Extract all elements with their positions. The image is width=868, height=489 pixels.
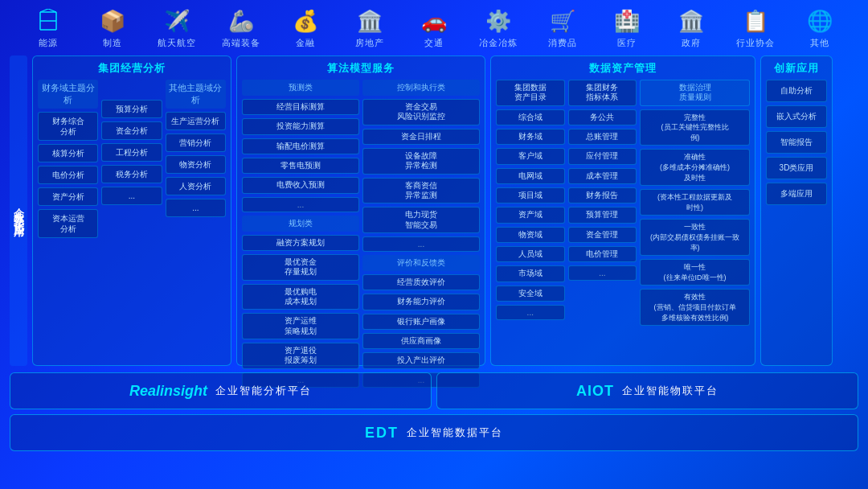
other-icon: 🌐 bbox=[807, 6, 833, 35]
data-zongzhang[interactable]: 总账管理 bbox=[568, 129, 637, 145]
jituan-title: 集团经营分析 bbox=[38, 61, 226, 76]
data-shichangyv[interactable]: 市场域 bbox=[496, 265, 565, 281]
icon-transport[interactable]: 🚗 交通 bbox=[402, 6, 466, 49]
jituan-item-dots1: ... bbox=[101, 187, 162, 205]
jituan-item-yusuan[interactable]: 预算分析 bbox=[101, 100, 162, 118]
data-wuziyv[interactable]: 物资域 bbox=[496, 227, 565, 243]
algo-zijin-jiaoyijiance[interactable]: 资金交易风险识别监控 bbox=[362, 99, 480, 125]
consumer-label: 消费品 bbox=[548, 37, 577, 49]
data-zichanyv[interactable]: 资产域 bbox=[496, 207, 565, 223]
jituan-item-hesuan[interactable]: 核算分析 bbox=[38, 144, 98, 162]
jituan-item-gongcheng[interactable]: 工程分析 bbox=[101, 143, 162, 162]
algo-caiwu-nengli[interactable]: 财务能力评价 bbox=[362, 294, 480, 310]
data-zongheyv[interactable]: 综合域 bbox=[496, 109, 565, 125]
icon-medical[interactable]: 🏥 医疗 bbox=[595, 6, 659, 49]
aiot-text: 企业智能物联平台 bbox=[622, 384, 719, 398]
icon-realestate[interactable]: 🏛️ 房地产 bbox=[338, 6, 402, 49]
innovation-baogao[interactable]: 智能报告 bbox=[766, 131, 827, 154]
icon-energy[interactable]: 能源 bbox=[16, 6, 80, 49]
innovation-zizhu[interactable]: 自助分析 bbox=[766, 80, 827, 102]
bottom-bar-aiot[interactable]: AIOT 企业智能物联平台 bbox=[436, 372, 858, 409]
data-caiwubaogao[interactable]: 财务报告 bbox=[568, 187, 637, 203]
bottom-bar-realinsight[interactable]: Realinsight 企业智能分析平台 bbox=[10, 372, 432, 409]
icon-industry[interactable]: 📋 行业协会 bbox=[723, 6, 788, 49]
data-dots2: ... bbox=[568, 265, 637, 281]
icon-hitech[interactable]: 🦾 高端装备 bbox=[209, 6, 273, 49]
algo-jingying-zhixiao[interactable]: 经营质效评价 bbox=[362, 274, 480, 290]
jituan-item-wuzi[interactable]: 物资分析 bbox=[166, 155, 226, 174]
jituan-col2: 其他主题域分析 生产运营分析 营销分析 物资分析 人资分析 ... bbox=[166, 80, 226, 238]
algo-dianli-xianhuo[interactable]: 电力现货智能交易 bbox=[362, 207, 480, 233]
innovation-qianru[interactable]: 嵌入式分析 bbox=[766, 105, 827, 128]
jituan-item-caiwuzonghe[interactable]: 财务综合分析 bbox=[38, 112, 98, 141]
data-chengben[interactable]: 成本管理 bbox=[568, 168, 637, 184]
data-kehuyv[interactable]: 客户域 bbox=[496, 148, 565, 164]
algo-touzi[interactable]: 投资能力测算 bbox=[242, 118, 359, 134]
innovation-3d[interactable]: 3D类应用 bbox=[766, 157, 827, 179]
algo-zuiyou-zijin[interactable]: 最优资金存量规划 bbox=[242, 254, 359, 281]
jituan-item-shuiwu[interactable]: 税务分析 bbox=[101, 165, 162, 183]
algo-touruchangchu[interactable]: 投入产出评价 bbox=[362, 352, 480, 368]
icon-finance[interactable]: 💰 金融 bbox=[273, 6, 338, 49]
icon-govt[interactable]: 🏛️ 政府 bbox=[659, 6, 723, 49]
data-col2: 集团财务指标体系 务公共 总账管理 应付管理 成本管理 财务报告 预算管理 资金… bbox=[568, 80, 637, 326]
algo-zichan-yunwei[interactable]: 资产运维策略规划 bbox=[242, 313, 359, 339]
jituan-item-yingxiao[interactable]: 营销分析 bbox=[166, 134, 226, 152]
medical-icon: 🏥 bbox=[614, 6, 640, 35]
algo-shebei-guzhang[interactable]: 设备故障异常检测 bbox=[362, 148, 480, 175]
transport-icon: 🚗 bbox=[421, 6, 447, 35]
jituan-grid: 财务域主题分析 财务综合分析 核算分析 电价分析 资产分析 资本运营分析 空 预… bbox=[38, 80, 226, 238]
icon-metallurgy[interactable]: ⚙️ 冶金冶炼 bbox=[466, 6, 530, 49]
data-col1: 集团数据资产目录 综合域 财务域 客户域 电网域 项目域 资产域 物资域 人员域… bbox=[496, 80, 565, 326]
data-wugonggong[interactable]: 务公共 bbox=[568, 109, 637, 125]
data-anquanyv[interactable]: 安全域 bbox=[496, 286, 565, 302]
algo-yinhang-huaxiang[interactable]: 银行账户画像 bbox=[362, 314, 480, 330]
data-caiwuyv[interactable]: 财务域 bbox=[496, 129, 565, 145]
algo-grid: 预测类 经营目标测算 投资能力测算 输配电价测算 零售电预测 电费收入预测 ..… bbox=[242, 80, 480, 388]
algo-dots3: ... bbox=[362, 236, 480, 252]
govt-icon: 🏛️ bbox=[678, 6, 704, 35]
data-zijin[interactable]: 资金管理 bbox=[568, 227, 637, 243]
jituan-item-zijin[interactable]: 资金分析 bbox=[101, 121, 162, 140]
innovation-title: 创新应用 bbox=[766, 61, 827, 76]
algo-shupei[interactable]: 输配电价测算 bbox=[242, 138, 359, 154]
jituan-item-dianjia[interactable]: 电价分析 bbox=[38, 166, 98, 184]
jituan-item-zibenyunying[interactable]: 资本运营分析 bbox=[38, 209, 98, 238]
algo-zuiyou-goudian[interactable]: 最优购电成本规划 bbox=[242, 284, 359, 310]
algo-dots1: ... bbox=[242, 197, 359, 212]
data-renyuanyv[interactable]: 人员域 bbox=[496, 246, 565, 262]
algo-gongyingshang-huaxiang[interactable]: 供应商画像 bbox=[362, 333, 480, 349]
algo-rongzi[interactable]: 融资方案规划 bbox=[242, 235, 359, 251]
data-xiangyv[interactable]: 项目域 bbox=[496, 187, 565, 203]
algo-lingshou[interactable]: 零售电预测 bbox=[242, 158, 359, 174]
data-dots1: ... bbox=[496, 305, 565, 320]
algo-keshang-zixin[interactable]: 客商资信异常监测 bbox=[362, 178, 480, 204]
jituan-item-renzi[interactable]: 人资分析 bbox=[166, 177, 226, 195]
icon-consumer[interactable]: 🛒 消费品 bbox=[530, 6, 595, 49]
panel-jituan: 集团经营分析 财务域主题分析 财务综合分析 核算分析 电价分析 资产分析 资本运… bbox=[32, 55, 231, 366]
bottom-bar-edt[interactable]: EDT 企业智能数据平台 bbox=[10, 414, 858, 451]
data-jituan-zichanmulu[interactable]: 集团数据资产目录 bbox=[496, 80, 565, 106]
data-yusuan[interactable]: 预算管理 bbox=[568, 207, 637, 223]
data-dianjia[interactable]: 电价管理 bbox=[568, 246, 637, 262]
icon-manufacture[interactable]: 📦 制造 bbox=[80, 6, 145, 49]
medical-label: 医疗 bbox=[617, 37, 637, 49]
data-yizhixing: 一致性(内部交易债权债务挂账一致率) bbox=[640, 219, 750, 256]
algo-zijin-ripaicheng[interactable]: 资金日排程 bbox=[362, 129, 480, 145]
data-yingfu[interactable]: 应付管理 bbox=[568, 148, 637, 164]
innovation-duoduan[interactable]: 多端应用 bbox=[766, 183, 827, 205]
data-youxiaoxing: 有效性(营销、信贷项目付款订单多维核验有效性比例) bbox=[640, 289, 750, 326]
data-jituan-zhitiaoxi[interactable]: 集团财务指标体系 bbox=[568, 80, 637, 106]
data-wanzhengxing: 完整性(员工关键性完整性比例) bbox=[640, 109, 750, 146]
algo-zichan-tuiyi[interactable]: 资产退役报废筹划 bbox=[242, 343, 359, 369]
jituan-item-zichan[interactable]: 资产分析 bbox=[38, 187, 98, 206]
icon-other[interactable]: 🌐 其他 bbox=[788, 6, 852, 49]
icon-aerospace[interactable]: ✈️ 航天航空 bbox=[145, 6, 209, 49]
algo-jingying[interactable]: 经营目标测算 bbox=[242, 99, 359, 115]
panel-algo: 算法模型服务 预测类 经营目标测算 投资能力测算 输配电价测算 零售电预测 电费… bbox=[236, 55, 485, 366]
jituan-item-shengchanyunying[interactable]: 生产运营分析 bbox=[166, 112, 226, 130]
data-dianwangyv[interactable]: 电网域 bbox=[496, 168, 565, 184]
transport-label: 交通 bbox=[424, 37, 444, 49]
algo-dianjia[interactable]: 电费收入预测 bbox=[242, 177, 359, 193]
aerospace-label: 航天航空 bbox=[158, 37, 196, 49]
